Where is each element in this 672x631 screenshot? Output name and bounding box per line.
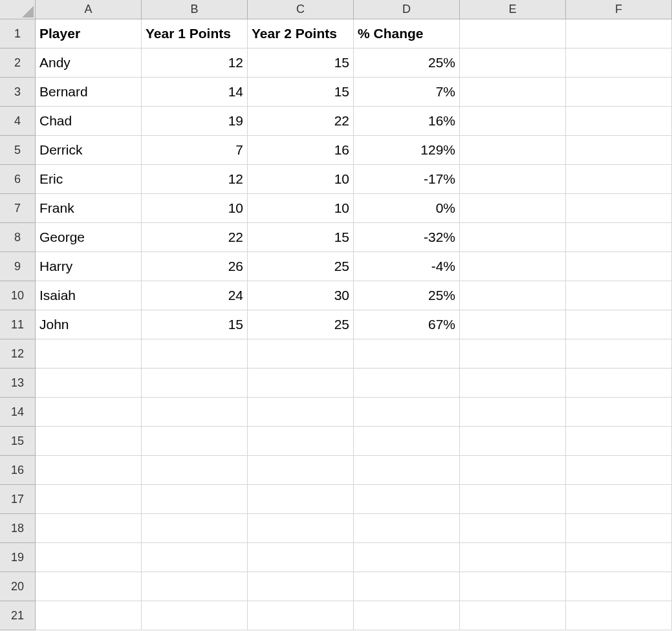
cell-C7[interactable]: 10 [248,194,354,223]
cell-A6[interactable]: Eric [36,165,142,194]
column-header-C[interactable]: C [248,0,354,19]
cell-E6[interactable] [460,165,566,194]
cell-E8[interactable] [460,223,566,252]
row-header-15[interactable]: 15 [0,427,36,456]
cell-D6[interactable]: -17% [354,165,460,194]
cell-A18[interactable] [36,514,142,543]
cell-C2[interactable]: 15 [248,48,354,78]
cell-D21[interactable] [354,601,460,630]
cell-F9[interactable] [566,252,672,281]
cell-F20[interactable] [566,572,672,601]
cell-B9[interactable]: 26 [142,252,248,281]
cell-A5[interactable]: Derrick [36,136,142,165]
cell-A9[interactable]: Harry [36,252,142,281]
cell-E1[interactable] [460,19,566,48]
row-header-7[interactable]: 7 [0,194,36,223]
cell-C18[interactable] [248,514,354,543]
cell-E11[interactable] [460,310,566,339]
cell-E19[interactable] [460,543,566,572]
cell-A15[interactable] [36,427,142,456]
cell-D2[interactable]: 25% [354,48,460,78]
row-header-18[interactable]: 18 [0,514,36,543]
row-header-13[interactable]: 13 [0,369,36,398]
cell-B4[interactable]: 19 [142,107,248,136]
cell-C5[interactable]: 16 [248,136,354,165]
row-header-5[interactable]: 5 [0,136,36,165]
cell-D17[interactable] [354,485,460,514]
cell-C1[interactable]: Year 2 Points [248,19,354,48]
cell-C10[interactable]: 30 [248,281,354,310]
cell-D14[interactable] [354,398,460,427]
cell-A8[interactable]: George [36,223,142,252]
cell-B12[interactable] [142,339,248,369]
cell-B5[interactable]: 7 [142,136,248,165]
column-header-D[interactable]: D [354,0,460,19]
cell-E5[interactable] [460,136,566,165]
cell-B10[interactable]: 24 [142,281,248,310]
cell-A17[interactable] [36,485,142,514]
cell-B13[interactable] [142,369,248,398]
cell-D1[interactable]: % Change [354,19,460,48]
cell-F18[interactable] [566,514,672,543]
cell-A12[interactable] [36,339,142,369]
row-header-6[interactable]: 6 [0,165,36,194]
select-all-corner[interactable] [0,0,36,19]
cell-E2[interactable] [460,48,566,78]
cell-E13[interactable] [460,369,566,398]
cell-F19[interactable] [566,543,672,572]
cell-A20[interactable] [36,572,142,601]
row-header-21[interactable]: 21 [0,601,36,630]
cell-C4[interactable]: 22 [248,107,354,136]
cell-F7[interactable] [566,194,672,223]
cell-B19[interactable] [142,543,248,572]
row-header-17[interactable]: 17 [0,485,36,514]
column-header-F[interactable]: F [566,0,672,19]
cell-C3[interactable]: 15 [248,78,354,107]
cell-B18[interactable] [142,514,248,543]
row-header-1[interactable]: 1 [0,19,36,48]
cell-D10[interactable]: 25% [354,281,460,310]
cell-D11[interactable]: 67% [354,310,460,339]
spreadsheet-grid[interactable]: ABCDEF1PlayerYear 1 PointsYear 2 Points%… [0,0,672,630]
cell-D19[interactable] [354,543,460,572]
cell-D15[interactable] [354,427,460,456]
cell-B20[interactable] [142,572,248,601]
cell-A4[interactable]: Chad [36,107,142,136]
cell-F15[interactable] [566,427,672,456]
cell-E4[interactable] [460,107,566,136]
cell-B21[interactable] [142,601,248,630]
cell-B16[interactable] [142,456,248,485]
cell-F11[interactable] [566,310,672,339]
cell-D7[interactable]: 0% [354,194,460,223]
row-header-3[interactable]: 3 [0,78,36,107]
cell-F17[interactable] [566,485,672,514]
cell-F2[interactable] [566,48,672,78]
cell-B2[interactable]: 12 [142,48,248,78]
row-header-19[interactable]: 19 [0,543,36,572]
cell-D9[interactable]: -4% [354,252,460,281]
cell-A11[interactable]: John [36,310,142,339]
cell-F8[interactable] [566,223,672,252]
cell-A7[interactable]: Frank [36,194,142,223]
cell-C8[interactable]: 15 [248,223,354,252]
cell-E12[interactable] [460,339,566,369]
cell-D20[interactable] [354,572,460,601]
cell-B6[interactable]: 12 [142,165,248,194]
cell-F4[interactable] [566,107,672,136]
cell-A2[interactable]: Andy [36,48,142,78]
column-header-E[interactable]: E [460,0,566,19]
cell-F6[interactable] [566,165,672,194]
cell-D8[interactable]: -32% [354,223,460,252]
cell-A1[interactable]: Player [36,19,142,48]
cell-E16[interactable] [460,456,566,485]
cell-C14[interactable] [248,398,354,427]
cell-B11[interactable]: 15 [142,310,248,339]
cell-F14[interactable] [566,398,672,427]
cell-F12[interactable] [566,339,672,369]
cell-A21[interactable] [36,601,142,630]
cell-D12[interactable] [354,339,460,369]
cell-A16[interactable] [36,456,142,485]
cell-B15[interactable] [142,427,248,456]
cell-F21[interactable] [566,601,672,630]
row-header-9[interactable]: 9 [0,252,36,281]
